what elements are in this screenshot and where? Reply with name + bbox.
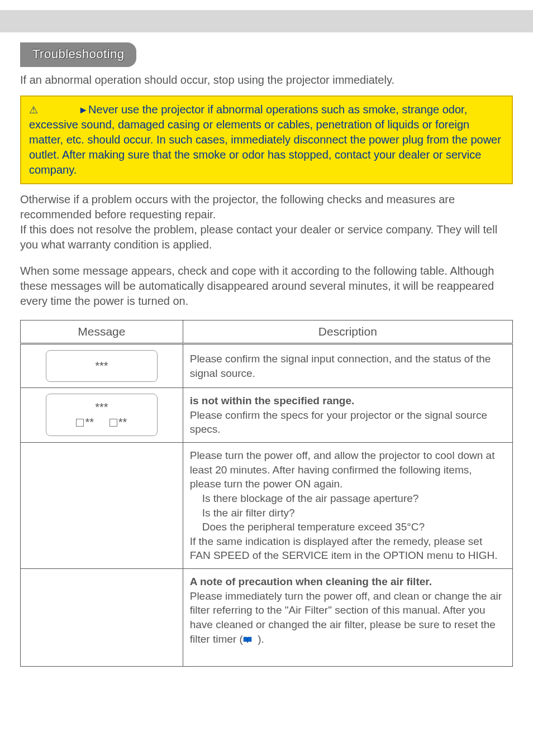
desc-bullet: Does the peripheral temperature exceed 3…: [190, 520, 506, 534]
col-header-message: Message: [21, 320, 183, 343]
desc-body1: Please immediately turn the power off, a…: [190, 590, 502, 645]
table-row: A note of precaution when cleaning the a…: [21, 569, 513, 667]
paragraph-3: When some message appears, check and cop…: [20, 264, 513, 309]
msg-cb2: **: [118, 416, 127, 428]
table-row: *** Please confirm the signal input conn…: [21, 344, 513, 388]
warning-icon: ⚠: [29, 104, 38, 116]
table-row: *** ** ** is not within the specified ra…: [21, 388, 513, 443]
desc-bullet: Is the air filter dirty?: [190, 506, 506, 520]
message-cell: *** ** **: [21, 388, 183, 443]
message-cell: ***: [21, 344, 183, 388]
desc-bullet: Is there blockage of the air passage ape…: [190, 491, 506, 506]
description-cell: is not within the specified range. Pleas…: [183, 388, 512, 443]
paragraph-2: If this does not resolve the problem, pl…: [20, 222, 513, 252]
checkbox-icon: [76, 419, 84, 427]
description-cell: A note of precaution when cleaning the a…: [183, 569, 512, 667]
desc-rest: Please confirm the specs for your projec…: [190, 409, 487, 436]
section-tab: Troubleshooting: [20, 42, 136, 67]
paragraph-1: Otherwise if a problem occurs with the p…: [20, 192, 513, 222]
col-header-description: Description: [183, 320, 512, 343]
desc-body2: ).: [258, 633, 264, 645]
desc-title: A note of precaution when cleaning the a…: [190, 576, 432, 587]
warning-text: Never use the projector if abnormal oper…: [29, 103, 501, 176]
message-cell-empty: [21, 442, 183, 568]
top-bar: [0, 10, 533, 32]
desc-d2: If the same indication is displayed afte…: [190, 534, 506, 563]
arrow-icon: ►: [78, 104, 88, 116]
desc-bold: is not within the specified range.: [190, 395, 355, 406]
msg-cb1: **: [85, 416, 94, 428]
table-row: Please turn the power off, and allow the…: [21, 442, 513, 568]
warning-box: ⚠ ►Never use the projector if abnormal o…: [20, 95, 513, 184]
message-box: ***: [46, 350, 158, 382]
message-cell-empty: [21, 569, 183, 667]
message-box: *** ** **: [46, 394, 158, 436]
checkbox-icon: [110, 419, 117, 427]
message-table: Message Description *** Please confirm t…: [20, 320, 513, 667]
intro-text: If an abnormal operation should occur, s…: [20, 73, 513, 88]
book-icon: [243, 637, 252, 643]
msg-line1: ***: [95, 401, 108, 413]
description-cell: Please confirm the signal input connecti…: [183, 344, 512, 388]
desc-d1: Please turn the power off, and allow the…: [190, 448, 506, 491]
description-cell: Please turn the power off, and allow the…: [183, 442, 512, 568]
